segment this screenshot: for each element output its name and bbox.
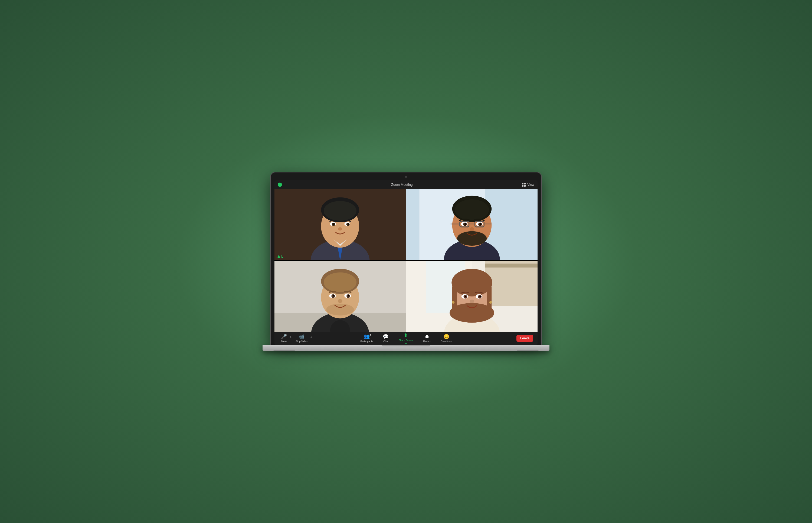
chat-icon: 💬 [383, 334, 389, 339]
participants-badge: 4 [370, 333, 371, 336]
mute-group: 🎤 Mute ▲ [279, 333, 292, 344]
video-grid [275, 189, 537, 332]
svg-point-77 [452, 301, 455, 304]
video-cell-4 [406, 261, 537, 332]
svg-point-15 [338, 227, 342, 231]
stop-video-button[interactable]: 📹 Stop Video [294, 333, 310, 344]
svg-point-25 [457, 231, 487, 246]
toolbar: 🎤 Mute ▲ 📹 Stop Video ▲ [275, 332, 537, 345]
view-icon [522, 183, 526, 186]
record-icon: ⏺ [425, 334, 430, 339]
chat-label: Chat [383, 340, 389, 343]
chat-button[interactable]: 💬 Chat [381, 333, 391, 344]
stop-video-label: Stop Video [296, 340, 307, 343]
svg-point-53 [338, 299, 342, 303]
mute-icon: 🎤 [281, 334, 287, 339]
mute-label: Mute [281, 340, 287, 343]
laptop-bezel: Zoom Meeting View [271, 172, 541, 345]
svg-point-31 [480, 223, 481, 224]
svg-point-76 [470, 299, 474, 303]
svg-point-74 [465, 295, 466, 297]
svg-point-45 [324, 272, 357, 292]
laptop-wrapper: Zoom Meeting View [257, 172, 555, 351]
reactions-label: Reactions [441, 340, 452, 343]
participants-icon-wrap: 👥 4 [364, 334, 370, 339]
svg-rect-57 [485, 261, 537, 306]
audio-indicator-1 [277, 255, 283, 258]
leave-button[interactable]: Leave [516, 335, 533, 342]
laptop-hinge [382, 345, 430, 346]
reactions-button[interactable]: 😊 Reactions [439, 333, 454, 344]
participant-4-video [406, 261, 537, 332]
laptop-foot-left [273, 350, 295, 351]
record-label: Record [423, 340, 431, 343]
reactions-icon: 😊 [443, 334, 449, 339]
video-arrow[interactable]: ▲ [310, 336, 313, 338]
svg-point-37 [470, 227, 474, 231]
video-cell-1 [275, 189, 406, 260]
svg-point-46 [326, 304, 354, 315]
svg-point-14 [347, 223, 349, 224]
toolbar-center: 👥 4 Participants 💬 Chat ⬆ Share Screen ▲ [358, 331, 454, 345]
security-icon [278, 183, 282, 187]
toolbar-left: 🎤 Mute ▲ 📹 Stop Video ▲ [279, 333, 313, 344]
participants-icon: 👥 [364, 334, 370, 339]
svg-point-30 [465, 223, 466, 224]
participants-label: Participants [360, 340, 373, 343]
participants-button[interactable]: 👥 4 Participants [358, 333, 375, 344]
record-button[interactable]: ⏺ Record [421, 333, 433, 344]
svg-point-66 [452, 269, 492, 296]
svg-point-51 [333, 295, 334, 296]
participant-1-video [275, 189, 406, 260]
stop-video-icon: 📹 [299, 334, 304, 339]
share-screen-icon: ⬆ [403, 332, 408, 338]
mute-button[interactable]: 🎤 Mute [279, 333, 289, 344]
laptop-base [263, 345, 549, 351]
meeting-title: Zoom Meeting [391, 183, 413, 186]
top-bar-left [278, 183, 282, 187]
camera-notch [405, 176, 407, 178]
svg-point-75 [479, 295, 481, 297]
participant-2-video [406, 189, 537, 260]
svg-point-13 [333, 223, 335, 224]
view-label: View [527, 183, 534, 186]
svg-rect-69 [487, 287, 492, 313]
participant-3-video [275, 261, 406, 332]
svg-point-52 [348, 295, 350, 296]
laptop-foot-right [517, 350, 539, 351]
video-cell-2 [406, 189, 537, 260]
top-bar: Zoom Meeting View [275, 180, 537, 189]
view-button[interactable]: View [522, 183, 534, 186]
svg-point-24 [455, 199, 489, 220]
svg-rect-60 [485, 264, 537, 268]
toolbar-right: Leave [516, 335, 533, 342]
video-cell-3 [275, 261, 406, 332]
svg-point-8 [324, 201, 357, 221]
share-screen-button[interactable]: ⬆ Share Screen ▲ [396, 331, 415, 345]
mute-arrow[interactable]: ▲ [289, 336, 292, 338]
share-screen-label: Share Screen [398, 339, 413, 342]
svg-point-78 [489, 301, 492, 304]
stop-video-group: 📹 Stop Video ▲ [294, 333, 313, 344]
svg-rect-68 [452, 287, 457, 313]
share-screen-arrow[interactable]: ▲ [404, 342, 408, 344]
screen: Zoom Meeting View [275, 180, 537, 345]
